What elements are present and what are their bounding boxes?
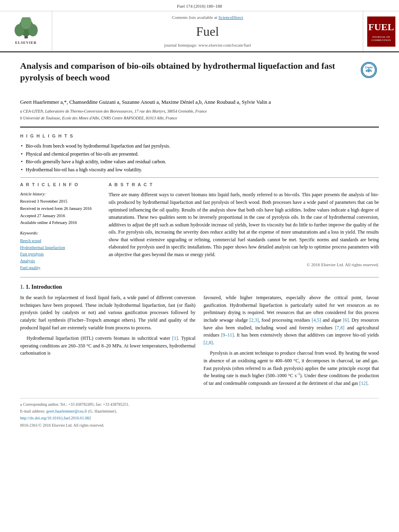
available-date: Available online 4 February 2016 xyxy=(20,220,101,226)
intro-para-2: Hydrothermal liquefaction (HTL) converts… xyxy=(20,335,195,357)
ref-6[interactable]: [6] xyxy=(343,317,349,323)
elsevier-logo: ELSEVIER xyxy=(12,17,40,45)
fuel-badge: FUEL JOURNAL OFCOMBUSTION xyxy=(367,16,395,47)
journal-ref: Fuel 174 (2016) 180–188 xyxy=(177,4,222,8)
email-note: E-mail address: geert.haarlemmer@cea.fr … xyxy=(20,409,379,414)
keyword-5[interactable]: Fuel quality xyxy=(20,265,101,271)
elsevier-tree-icon xyxy=(12,17,40,39)
ref-7-8[interactable]: [7,8] xyxy=(335,325,344,331)
contents-text: Contents lists available at ScienceDirec… xyxy=(172,14,243,21)
article-info-col: A R T I C L E I N F O Article history: R… xyxy=(20,182,101,271)
intro-col-right: favoured, while higher temperatures, esp… xyxy=(204,294,379,390)
email-label: E-mail address: xyxy=(20,409,45,413)
page: Fuel 174 (2016) 180–188 ELSEVIER Content… xyxy=(0,0,399,532)
divider-1 xyxy=(20,177,379,178)
article-title-text: Analysis and comparison of bio-oils obta… xyxy=(20,60,357,89)
crossmark-circle: Cross Mark xyxy=(361,62,377,78)
section-1-title: 1. 1. Introduction xyxy=(20,283,379,291)
journal-ref-bar: Fuel 174 (2016) 180–188 xyxy=(0,0,399,11)
journal-header: ELSEVIER Contents lists available at Sci… xyxy=(0,11,399,52)
section-1-label: 1. Introduction xyxy=(26,284,62,290)
crossmark-icon: Cross Mark xyxy=(362,62,376,78)
ref-1[interactable]: [1] xyxy=(172,335,178,341)
received-date: Received 3 November 2015 xyxy=(20,198,101,205)
keyword-1[interactable]: Beech wood xyxy=(20,238,101,244)
keyword-2[interactable]: Hydrothermal liquefaction xyxy=(20,244,101,251)
introduction-section: 1. 1. Introduction In the search for rep… xyxy=(20,283,379,390)
main-content: Analysis and comparison of bio-oils obta… xyxy=(0,52,399,436)
affiliation-a: a CEA-LITEN, Laboratoire de Thermo-Conve… xyxy=(20,108,379,114)
highlights-section: H I G H L I G H T S Bio-oils from beech … xyxy=(20,133,379,173)
email-suffix: (G. Haarlemmer). xyxy=(88,409,117,413)
authors: Geert Haarlemmer a,*, Chamseddine Guizan… xyxy=(20,99,379,106)
intro-para-3: favoured, while higher temperatures, esp… xyxy=(204,294,379,346)
ref-12[interactable]: [12] xyxy=(359,380,367,386)
journal-center: Contents lists available at ScienceDirec… xyxy=(52,11,363,51)
corresponding-note: ⁎ Corresponding author. Tel.: +33 438782… xyxy=(20,402,379,407)
highlight-item: Hydrothermal bio-oil has a high viscosit… xyxy=(20,166,379,173)
keywords-section: Keywords: Beech wood Hydrothermal liquef… xyxy=(20,230,101,271)
article-info-content: Article history: Received 3 November 201… xyxy=(20,191,101,271)
fuel-badge-subtitle: JOURNAL OFCOMBUSTION xyxy=(371,35,391,42)
history-label: Article history: xyxy=(20,191,101,197)
fuel-badge-title: FUEL xyxy=(368,21,394,34)
highlight-item: Bio-oils generally have a high acidity, … xyxy=(20,158,379,165)
elsevier-label: ELSEVIER xyxy=(15,40,37,45)
highlight-item: Bio-oils from beech wood by hydrothermal… xyxy=(20,143,379,150)
affiliations: a CEA-LITEN, Laboratoire de Thermo-Conve… xyxy=(20,108,379,121)
intro-col-left: In the search for replacement of fossil … xyxy=(20,294,195,390)
section-1-number: 1. xyxy=(20,284,26,290)
corresponding-text: ⁎ Corresponding author. Tel.: +33 438782… xyxy=(20,402,130,407)
intro-para-4: Pyrolysis is an ancient technique to pro… xyxy=(204,349,379,387)
sciencedirect-link[interactable]: ScienceDirect xyxy=(218,15,243,20)
abstract-text: There are many different ways to convert… xyxy=(109,191,379,258)
intro-para-1: In the search for replacement of fossil … xyxy=(20,294,195,331)
affiliation-b: b Université de Toulouse, Ecole des Mine… xyxy=(20,115,379,121)
ref-9-11[interactable]: [9–11] xyxy=(221,332,234,338)
keyword-3[interactable]: Fast pyrolysis xyxy=(20,251,101,257)
elsevier-logo-area: ELSEVIER xyxy=(0,11,52,51)
article-title: Analysis and comparison of bio-oils obta… xyxy=(20,60,357,83)
copyright-line: © 2016 Elsevier Ltd. All rights reserved… xyxy=(109,262,379,268)
authors-text: Geert Haarlemmer a,*, Chamseddine Guizan… xyxy=(20,99,271,105)
intro-two-col: In the search for replacement of fossil … xyxy=(20,294,379,390)
ref-2-8[interactable]: [2,8] xyxy=(204,340,213,345)
abstract-heading: A B S T R A C T xyxy=(109,182,379,188)
info-abstract-section: A R T I C L E I N F O Article history: R… xyxy=(20,182,379,271)
accepted-date: Accepted 27 January 2016 xyxy=(20,213,101,219)
divider-thick xyxy=(20,127,379,127)
highlights-heading: H I G H L I G H T S xyxy=(20,133,379,139)
highlight-item: Physical and chemical properties of bio-… xyxy=(20,151,379,158)
keywords-label: Keywords: xyxy=(20,230,101,236)
journal-homepage: journal homepage: www.elsevier.com/locat… xyxy=(164,42,251,48)
ref-2-3[interactable]: [2,3] xyxy=(249,317,259,323)
ref-4-5[interactable]: [4,5] xyxy=(312,317,321,323)
divider-2 xyxy=(20,277,379,277)
crossmark-badge: Cross Mark xyxy=(361,62,379,78)
abstract-col: A B S T R A C T There are many different… xyxy=(109,182,379,271)
journal-title: Fuel xyxy=(196,23,219,41)
keyword-4[interactable]: Analysis xyxy=(20,258,101,264)
doi-link[interactable]: http://dx.doi.org/10.1016/j.fuel.2016.01… xyxy=(20,416,91,420)
article-info-heading: A R T I C L E I N F O xyxy=(20,182,101,188)
issn-line: 0016-2361/© 2016 Elsevier Ltd. All right… xyxy=(20,423,379,428)
highlights-list: Bio-oils from beech wood by hydrothermal… xyxy=(20,143,379,173)
received-revised-date: Received in revised form 26 January 2016 xyxy=(20,205,101,212)
fuel-badge-area: FUEL JOURNAL OFCOMBUSTION xyxy=(363,11,399,51)
article-title-section: Analysis and comparison of bio-oils obta… xyxy=(20,60,379,93)
footer: ⁎ Corresponding author. Tel.: +33 438782… xyxy=(20,398,379,428)
author-email[interactable]: geert.haarlemmer@cea.fr xyxy=(46,409,87,413)
doi-line: http://dx.doi.org/10.1016/j.fuel.2016.01… xyxy=(20,415,379,421)
